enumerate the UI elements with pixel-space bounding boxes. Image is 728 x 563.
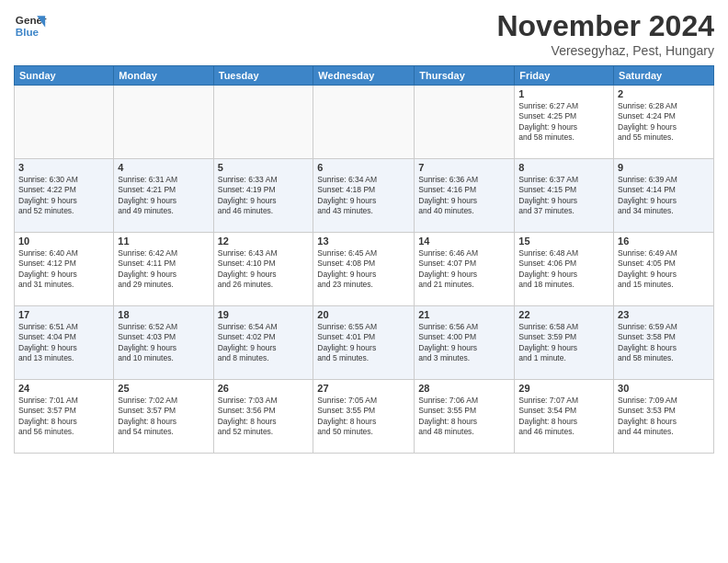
day-number: 12 (218, 236, 310, 247)
table-row: 29Sunrise: 7:07 AM Sunset: 3:54 PM Dayli… (515, 380, 614, 454)
day-number: 30 (618, 383, 710, 394)
day-number: 1 (518, 88, 609, 99)
day-info: Sunrise: 6:39 AM Sunset: 4:14 PM Dayligh… (618, 175, 710, 217)
day-info: Sunrise: 7:09 AM Sunset: 3:53 PM Dayligh… (618, 396, 710, 438)
table-row: 11Sunrise: 6:42 AM Sunset: 4:11 PM Dayli… (114, 233, 213, 306)
col-tuesday: Tuesday (213, 66, 313, 86)
day-info: Sunrise: 6:56 AM Sunset: 4:00 PM Dayligh… (418, 322, 510, 364)
table-row: 7Sunrise: 6:36 AM Sunset: 4:16 PM Daylig… (415, 159, 515, 233)
day-number: 7 (418, 162, 510, 173)
day-number: 22 (518, 309, 609, 320)
day-info: Sunrise: 7:02 AM Sunset: 3:57 PM Dayligh… (118, 396, 209, 438)
day-info: Sunrise: 6:51 AM Sunset: 4:04 PM Dayligh… (18, 322, 109, 364)
logo: General Blue (14, 9, 47, 42)
day-info: Sunrise: 6:59 AM Sunset: 3:58 PM Dayligh… (618, 322, 710, 364)
calendar-header-row: Sunday Monday Tuesday Wednesday Thursday… (15, 66, 714, 86)
day-number: 26 (218, 383, 310, 394)
table-row: 17Sunrise: 6:51 AM Sunset: 4:04 PM Dayli… (15, 306, 114, 380)
table-row (313, 86, 415, 159)
table-row: 22Sunrise: 6:58 AM Sunset: 3:59 PM Dayli… (515, 306, 614, 380)
day-info: Sunrise: 6:46 AM Sunset: 4:07 PM Dayligh… (418, 248, 510, 291)
calendar-week-row: 10Sunrise: 6:40 AM Sunset: 4:12 PM Dayli… (15, 233, 714, 306)
day-info: Sunrise: 6:28 AM Sunset: 4:24 PM Dayligh… (618, 101, 710, 144)
table-row: 6Sunrise: 6:34 AM Sunset: 4:18 PM Daylig… (313, 159, 415, 233)
day-info: Sunrise: 6:40 AM Sunset: 4:12 PM Dayligh… (18, 248, 109, 291)
day-number: 9 (618, 162, 710, 173)
day-number: 5 (218, 162, 310, 173)
table-row (15, 86, 114, 159)
day-number: 21 (418, 309, 510, 320)
calendar-week-row: 24Sunrise: 7:01 AM Sunset: 3:57 PM Dayli… (15, 380, 714, 454)
page: General Blue November 2024 Veresegyhaz, … (0, 0, 728, 563)
table-row: 10Sunrise: 6:40 AM Sunset: 4:12 PM Dayli… (15, 233, 114, 306)
col-monday: Monday (114, 66, 213, 86)
location: Veresegyhaz, Pest, Hungary (496, 43, 714, 58)
table-row: 24Sunrise: 7:01 AM Sunset: 3:57 PM Dayli… (15, 380, 114, 454)
calendar-week-row: 3Sunrise: 6:30 AM Sunset: 4:22 PM Daylig… (15, 159, 714, 233)
day-number: 19 (218, 309, 310, 320)
day-info: Sunrise: 6:52 AM Sunset: 4:03 PM Dayligh… (118, 322, 209, 364)
table-row: 1Sunrise: 6:27 AM Sunset: 4:25 PM Daylig… (515, 86, 614, 159)
day-info: Sunrise: 6:55 AM Sunset: 4:01 PM Dayligh… (317, 322, 410, 364)
table-row: 4Sunrise: 6:31 AM Sunset: 4:21 PM Daylig… (114, 159, 213, 233)
day-info: Sunrise: 7:05 AM Sunset: 3:55 PM Dayligh… (317, 396, 410, 438)
table-row: 5Sunrise: 6:33 AM Sunset: 4:19 PM Daylig… (213, 159, 313, 233)
day-info: Sunrise: 6:34 AM Sunset: 4:18 PM Dayligh… (317, 175, 410, 217)
table-row: 14Sunrise: 6:46 AM Sunset: 4:07 PM Dayli… (415, 233, 515, 306)
col-sunday: Sunday (15, 66, 114, 86)
svg-text:Blue: Blue (16, 26, 40, 38)
table-row: 23Sunrise: 6:59 AM Sunset: 3:58 PM Dayli… (614, 306, 714, 380)
day-number: 29 (518, 383, 609, 394)
day-info: Sunrise: 7:03 AM Sunset: 3:56 PM Dayligh… (218, 396, 310, 438)
day-number: 3 (18, 162, 109, 173)
day-number: 24 (18, 383, 109, 394)
day-info: Sunrise: 6:48 AM Sunset: 4:06 PM Dayligh… (518, 248, 609, 291)
table-row (213, 86, 313, 159)
day-number: 27 (317, 383, 410, 394)
calendar: Sunday Monday Tuesday Wednesday Thursday… (14, 65, 714, 454)
day-number: 28 (418, 383, 510, 394)
col-friday: Friday (515, 66, 614, 86)
day-info: Sunrise: 6:27 AM Sunset: 4:25 PM Dayligh… (518, 101, 609, 144)
day-info: Sunrise: 6:37 AM Sunset: 4:15 PM Dayligh… (518, 175, 609, 217)
logo-icon: General Blue (14, 9, 47, 42)
table-row: 2Sunrise: 6:28 AM Sunset: 4:24 PM Daylig… (614, 86, 714, 159)
table-row: 16Sunrise: 6:49 AM Sunset: 4:05 PM Dayli… (614, 233, 714, 306)
day-number: 8 (518, 162, 609, 173)
col-thursday: Thursday (415, 66, 515, 86)
table-row (114, 86, 213, 159)
table-row: 25Sunrise: 7:02 AM Sunset: 3:57 PM Dayli… (114, 380, 213, 454)
header: General Blue November 2024 Veresegyhaz, … (14, 9, 714, 58)
day-number: 13 (317, 236, 410, 247)
table-row (415, 86, 515, 159)
col-saturday: Saturday (614, 66, 714, 86)
table-row: 28Sunrise: 7:06 AM Sunset: 3:55 PM Dayli… (415, 380, 515, 454)
day-info: Sunrise: 6:31 AM Sunset: 4:21 PM Dayligh… (118, 175, 209, 217)
day-number: 23 (618, 309, 710, 320)
day-number: 17 (18, 309, 109, 320)
day-info: Sunrise: 6:43 AM Sunset: 4:10 PM Dayligh… (218, 248, 310, 291)
day-info: Sunrise: 6:42 AM Sunset: 4:11 PM Dayligh… (118, 248, 209, 291)
table-row: 21Sunrise: 6:56 AM Sunset: 4:00 PM Dayli… (415, 306, 515, 380)
day-info: Sunrise: 6:58 AM Sunset: 3:59 PM Dayligh… (518, 322, 609, 364)
calendar-body: 1Sunrise: 6:27 AM Sunset: 4:25 PM Daylig… (15, 86, 714, 454)
day-number: 18 (118, 309, 209, 320)
table-row: 8Sunrise: 6:37 AM Sunset: 4:15 PM Daylig… (515, 159, 614, 233)
day-number: 14 (418, 236, 510, 247)
day-number: 20 (317, 309, 410, 320)
table-row: 15Sunrise: 6:48 AM Sunset: 4:06 PM Dayli… (515, 233, 614, 306)
day-number: 2 (618, 88, 710, 99)
day-number: 15 (518, 236, 609, 247)
day-info: Sunrise: 7:06 AM Sunset: 3:55 PM Dayligh… (418, 396, 510, 438)
day-info: Sunrise: 7:07 AM Sunset: 3:54 PM Dayligh… (518, 396, 609, 438)
day-info: Sunrise: 6:30 AM Sunset: 4:22 PM Dayligh… (18, 175, 109, 217)
day-info: Sunrise: 7:01 AM Sunset: 3:57 PM Dayligh… (18, 396, 109, 438)
table-row: 9Sunrise: 6:39 AM Sunset: 4:14 PM Daylig… (614, 159, 714, 233)
day-info: Sunrise: 6:54 AM Sunset: 4:02 PM Dayligh… (218, 322, 310, 364)
calendar-week-row: 1Sunrise: 6:27 AM Sunset: 4:25 PM Daylig… (15, 86, 714, 159)
table-row: 20Sunrise: 6:55 AM Sunset: 4:01 PM Dayli… (313, 306, 415, 380)
table-row: 26Sunrise: 7:03 AM Sunset: 3:56 PM Dayli… (213, 380, 313, 454)
col-wednesday: Wednesday (313, 66, 415, 86)
table-row: 30Sunrise: 7:09 AM Sunset: 3:53 PM Dayli… (614, 380, 714, 454)
day-number: 25 (118, 383, 209, 394)
